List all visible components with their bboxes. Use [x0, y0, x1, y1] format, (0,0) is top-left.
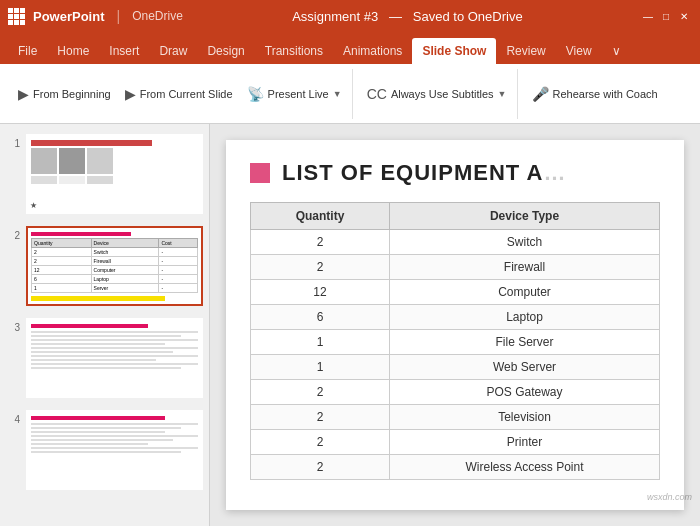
- cell-device: Laptop: [390, 305, 660, 330]
- rehearse-group: 🎤 Rehearse with Coach: [522, 69, 668, 119]
- slide-thumbnail-2[interactable]: QuantityDeviceCost 2Switch- 2Firewall- 1…: [26, 226, 203, 306]
- subtitles-label: Always Use Subtitles: [391, 88, 494, 100]
- col-header-quantity: Quantity: [251, 203, 390, 230]
- rehearse-coach-button[interactable]: 🎤 Rehearse with Coach: [526, 82, 664, 106]
- app-name: PowerPoint: [33, 9, 105, 24]
- cell-quantity: 2: [251, 405, 390, 430]
- ribbon-tabs: File Home Insert Draw Design Transitions…: [0, 32, 700, 64]
- close-button[interactable]: ✕: [676, 8, 692, 24]
- rehearse-icon: 🎤: [532, 86, 549, 102]
- slide-accent-square: [250, 163, 270, 183]
- slide-number-2: 2: [6, 230, 20, 241]
- title-bar-right: — □ ✕: [632, 8, 692, 24]
- always-subtitles-button[interactable]: CC Always Use Subtitles ▼: [361, 82, 513, 106]
- slide-number-3: 3: [6, 322, 20, 333]
- table-row: 2Television: [251, 405, 660, 430]
- cell-quantity: 2: [251, 380, 390, 405]
- watermark: wsxdn.com: [647, 492, 692, 502]
- present-live-dropdown-icon: ▼: [333, 89, 342, 99]
- cell-quantity: 2: [251, 230, 390, 255]
- title-bar-center: Assignment #3 — Saved to OneDrive: [183, 9, 632, 24]
- window-controls: — □ ✕: [640, 8, 692, 24]
- cell-device: Printer: [390, 430, 660, 455]
- slide-thumb-3[interactable]: 3: [4, 316, 205, 400]
- table-row: 12Computer: [251, 280, 660, 305]
- cell-quantity: 2: [251, 430, 390, 455]
- table-row: 1Web Server: [251, 355, 660, 380]
- slide-number-1: 1: [6, 138, 20, 149]
- cell-device: POS Gateway: [390, 380, 660, 405]
- from-current-button[interactable]: ▶ From Current Slide: [119, 82, 239, 106]
- doc-title: Assignment #3: [292, 9, 378, 24]
- tab-insert[interactable]: Insert: [99, 38, 149, 64]
- cell-device: Television: [390, 405, 660, 430]
- table-row: 1File Server: [251, 330, 660, 355]
- slide-content: LIST OF EQUIPMENT A… Quantity Device Typ…: [226, 140, 684, 510]
- slide-thumb-1[interactable]: 1: [4, 132, 205, 216]
- saved-status: Saved to OneDrive: [413, 9, 523, 24]
- table-row: 6Laptop: [251, 305, 660, 330]
- slide-thumbnail-1[interactable]: [26, 134, 203, 214]
- tab-draw[interactable]: Draw: [149, 38, 197, 64]
- table-row: 2POS Gateway: [251, 380, 660, 405]
- subtitles-dropdown-icon: ▼: [498, 89, 507, 99]
- slide-thumb-2[interactable]: 2 QuantityDeviceCost 2Switch- 2Firewall-…: [4, 224, 205, 308]
- title-bar-left: PowerPoint | OneDrive: [8, 8, 183, 25]
- ribbon-commands: ▶ From Beginning ▶ From Current Slide 📡 …: [0, 64, 700, 124]
- slide-thumbnail-4[interactable]: [26, 410, 203, 490]
- cell-quantity: 1: [251, 330, 390, 355]
- tab-design[interactable]: Design: [197, 38, 254, 64]
- present-live-icon: 📡: [247, 86, 264, 102]
- tab-home[interactable]: Home: [47, 38, 99, 64]
- from-current-label: From Current Slide: [140, 88, 233, 100]
- cell-device: Switch: [390, 230, 660, 255]
- slide-title: LIST OF EQUIPMENT A…: [282, 160, 566, 186]
- cloud-service-label: OneDrive: [132, 9, 183, 23]
- tab-view[interactable]: View: [556, 38, 602, 64]
- col-header-device: Device Type: [390, 203, 660, 230]
- start-group: ▶ From Beginning ▶ From Current Slide 📡 …: [8, 69, 353, 119]
- tab-more[interactable]: ∨: [602, 38, 631, 64]
- tab-review[interactable]: Review: [496, 38, 555, 64]
- slide-thumb-4[interactable]: 4: [4, 408, 205, 492]
- slide-thumbnail-3[interactable]: [26, 318, 203, 398]
- from-beginning-icon: ▶: [18, 86, 29, 102]
- captions-group: CC Always Use Subtitles ▼: [357, 69, 518, 119]
- maximize-button[interactable]: □: [658, 8, 674, 24]
- rehearse-label: Rehearse with Coach: [553, 88, 658, 100]
- slide-header: LIST OF EQUIPMENT A…: [250, 160, 660, 186]
- from-beginning-button[interactable]: ▶ From Beginning: [12, 82, 117, 106]
- slide-panel: 1 2: [0, 124, 210, 526]
- app-grid-icon[interactable]: [8, 8, 25, 25]
- cell-quantity: 6: [251, 305, 390, 330]
- cell-device: Computer: [390, 280, 660, 305]
- tab-file[interactable]: File: [8, 38, 47, 64]
- table-row: 2Switch: [251, 230, 660, 255]
- table-row: 2Firewall: [251, 255, 660, 280]
- cell-quantity: 12: [251, 280, 390, 305]
- present-live-button[interactable]: 📡 Present Live ▼: [241, 82, 348, 106]
- cell-quantity: 1: [251, 355, 390, 380]
- cell-device: File Server: [390, 330, 660, 355]
- slide-view: LIST OF EQUIPMENT A… Quantity Device Typ…: [210, 124, 700, 526]
- slide-number-4: 4: [6, 414, 20, 425]
- table-row: 2Wireless Access Point: [251, 455, 660, 480]
- main-area: 1 2: [0, 124, 700, 526]
- title-bar: PowerPoint | OneDrive Assignment #3 — Sa…: [0, 0, 700, 32]
- cell-device: Web Server: [390, 355, 660, 380]
- minimize-button[interactable]: —: [640, 8, 656, 24]
- equipment-table: Quantity Device Type 2Switch2Firewall12C…: [250, 202, 660, 480]
- cell-quantity: 2: [251, 455, 390, 480]
- subtitles-icon: CC: [367, 86, 387, 102]
- tab-transitions[interactable]: Transitions: [255, 38, 333, 64]
- from-current-icon: ▶: [125, 86, 136, 102]
- tab-animations[interactable]: Animations: [333, 38, 412, 64]
- tab-slideshow[interactable]: Slide Show: [412, 38, 496, 64]
- title-separator: |: [117, 8, 121, 24]
- table-row: 2Printer: [251, 430, 660, 455]
- cell-device: Wireless Access Point: [390, 455, 660, 480]
- cell-quantity: 2: [251, 255, 390, 280]
- cell-device: Firewall: [390, 255, 660, 280]
- from-beginning-label: From Beginning: [33, 88, 111, 100]
- present-live-label: Present Live: [268, 88, 329, 100]
